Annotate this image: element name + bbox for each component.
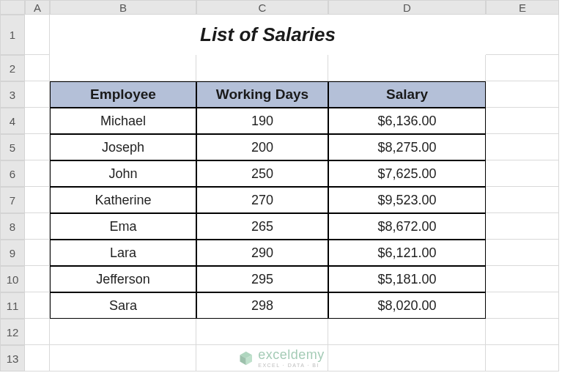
row-header-3[interactable]: 3 bbox=[0, 81, 25, 108]
row-header-6[interactable]: 6 bbox=[0, 160, 25, 187]
row-header-13[interactable]: 13 bbox=[0, 345, 25, 371]
table-row[interactable]: 298 bbox=[196, 292, 328, 319]
cell-E2[interactable] bbox=[486, 55, 559, 81]
cell-E4[interactable] bbox=[486, 108, 559, 134]
table-header-working-days[interactable]: Working Days bbox=[196, 81, 328, 108]
cell-E13[interactable] bbox=[486, 345, 559, 371]
table-row[interactable]: Jefferson bbox=[50, 266, 196, 292]
cell-E10[interactable] bbox=[486, 266, 559, 292]
table-row[interactable]: 295 bbox=[196, 266, 328, 292]
row-header-1[interactable]: 1 bbox=[0, 15, 25, 55]
cell-B12[interactable] bbox=[50, 319, 196, 345]
cell-C12[interactable] bbox=[196, 319, 328, 345]
table-row[interactable]: 265 bbox=[196, 213, 328, 240]
table-row[interactable]: $6,121.00 bbox=[328, 240, 486, 266]
table-row[interactable]: 290 bbox=[196, 240, 328, 266]
cell-A13[interactable] bbox=[25, 345, 50, 371]
table-row[interactable]: John bbox=[50, 160, 196, 187]
row-header-10[interactable]: 10 bbox=[0, 266, 25, 292]
col-header-E[interactable]: E bbox=[486, 0, 559, 15]
row-header-4[interactable]: 4 bbox=[0, 108, 25, 134]
cell-E8[interactable] bbox=[486, 213, 559, 240]
table-header-employee[interactable]: Employee bbox=[50, 81, 196, 108]
cell-A2[interactable] bbox=[25, 55, 50, 81]
table-row[interactable]: Ema bbox=[50, 213, 196, 240]
cell-E5[interactable] bbox=[486, 134, 559, 160]
cell-A9[interactable] bbox=[25, 240, 50, 266]
table-row[interactable]: Joseph bbox=[50, 134, 196, 160]
page-title[interactable]: List of Salaries bbox=[50, 15, 486, 55]
cell-A4[interactable] bbox=[25, 108, 50, 134]
cell-D2[interactable] bbox=[328, 55, 486, 81]
cell-A8[interactable] bbox=[25, 213, 50, 240]
table-row[interactable]: 250 bbox=[196, 160, 328, 187]
table-row[interactable]: Michael bbox=[50, 108, 196, 134]
cell-E7[interactable] bbox=[486, 187, 559, 213]
cell-A1[interactable] bbox=[25, 15, 50, 55]
table-row[interactable]: Katherine bbox=[50, 187, 196, 213]
row-header-8[interactable]: 8 bbox=[0, 213, 25, 240]
cell-E11[interactable] bbox=[486, 292, 559, 319]
cell-D13[interactable] bbox=[328, 345, 486, 371]
table-row[interactable]: Sara bbox=[50, 292, 196, 319]
table-row[interactable]: 190 bbox=[196, 108, 328, 134]
table-row[interactable]: $6,136.00 bbox=[328, 108, 486, 134]
row-header-11[interactable]: 11 bbox=[0, 292, 25, 319]
cell-C13[interactable] bbox=[196, 345, 328, 371]
cell-A12[interactable] bbox=[25, 319, 50, 345]
cell-B13[interactable] bbox=[50, 345, 196, 371]
cell-A6[interactable] bbox=[25, 160, 50, 187]
cell-E12[interactable] bbox=[486, 319, 559, 345]
row-header-2[interactable]: 2 bbox=[0, 55, 25, 81]
cell-B2[interactable] bbox=[50, 55, 196, 81]
cell-E6[interactable] bbox=[486, 160, 559, 187]
cell-A5[interactable] bbox=[25, 134, 50, 160]
table-row[interactable]: $9,523.00 bbox=[328, 187, 486, 213]
table-header-salary[interactable]: Salary bbox=[328, 81, 486, 108]
table-row[interactable]: 270 bbox=[196, 187, 328, 213]
row-header-12[interactable]: 12 bbox=[0, 319, 25, 345]
row-header-7[interactable]: 7 bbox=[0, 187, 25, 213]
table-row[interactable]: 200 bbox=[196, 134, 328, 160]
row-header-5[interactable]: 5 bbox=[0, 134, 25, 160]
table-row[interactable]: $8,672.00 bbox=[328, 213, 486, 240]
spreadsheet-grid: A B C D E 1 2 3 4 5 6 7 8 9 10 11 12 13 … bbox=[0, 0, 562, 371]
row-header-9[interactable]: 9 bbox=[0, 240, 25, 266]
cell-E1[interactable] bbox=[486, 15, 559, 55]
table-row[interactable]: Lara bbox=[50, 240, 196, 266]
cell-E9[interactable] bbox=[486, 240, 559, 266]
table-row[interactable]: $7,625.00 bbox=[328, 160, 486, 187]
select-all-corner[interactable] bbox=[0, 0, 25, 15]
col-header-A[interactable]: A bbox=[25, 0, 50, 15]
col-header-C[interactable]: C bbox=[196, 0, 328, 15]
cell-A11[interactable] bbox=[25, 292, 50, 319]
table-row[interactable]: $8,020.00 bbox=[328, 292, 486, 319]
cell-A10[interactable] bbox=[25, 266, 50, 292]
cell-D12[interactable] bbox=[328, 319, 486, 345]
cell-C2[interactable] bbox=[196, 55, 328, 81]
col-header-D[interactable]: D bbox=[328, 0, 486, 15]
cell-E3[interactable] bbox=[486, 81, 559, 108]
cell-A3[interactable] bbox=[25, 81, 50, 108]
col-header-B[interactable]: B bbox=[50, 0, 196, 15]
cell-A7[interactable] bbox=[25, 187, 50, 213]
table-row[interactable]: $5,181.00 bbox=[328, 266, 486, 292]
table-row[interactable]: $8,275.00 bbox=[328, 134, 486, 160]
